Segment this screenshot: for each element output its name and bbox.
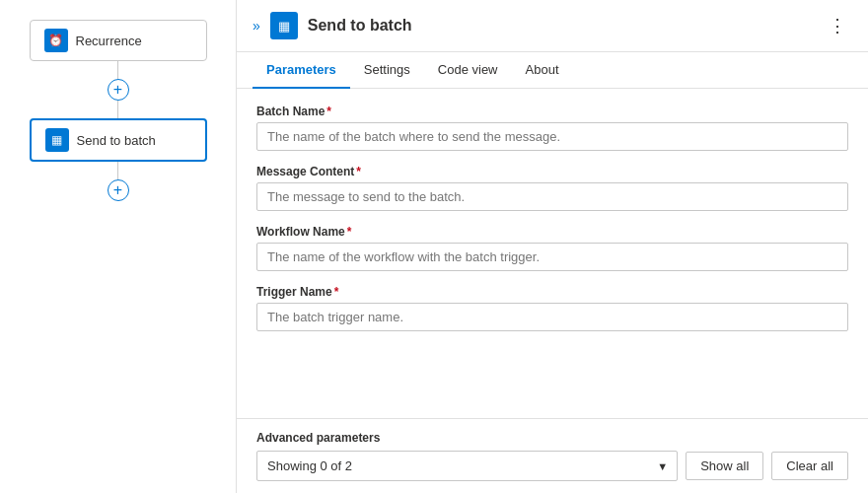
panel-footer: Advanced parameters Showing 0 of 2 ▼ Sho… — [237, 418, 868, 493]
send-to-batch-icon: ▦ — [45, 128, 69, 152]
showing-select[interactable]: Showing 0 of 2 — [256, 451, 678, 481]
add-button-1[interactable]: + — [108, 79, 129, 101]
batch-name-group: Batch Name* — [256, 105, 848, 151]
connector-line-3 — [117, 162, 118, 179]
workflow-name-group: Workflow Name* — [256, 225, 848, 271]
connector-2: + — [108, 162, 129, 201]
tab-parameters[interactable]: Parameters — [253, 52, 350, 89]
message-content-input[interactable] — [256, 182, 848, 211]
clear-all-button[interactable]: Clear all — [771, 452, 848, 480]
right-panel: » ▦ Send to batch ⋮ Parameters Settings … — [237, 0, 868, 493]
recurrence-node[interactable]: ⏰ Recurrence — [30, 20, 207, 61]
required-star-4: * — [334, 285, 339, 299]
workflow-name-input[interactable] — [256, 243, 848, 271]
required-star-3: * — [347, 225, 352, 239]
panel-header: » ▦ Send to batch ⋮ — [237, 0, 868, 52]
show-all-button[interactable]: Show all — [686, 452, 763, 480]
panel-title: Send to batch — [308, 17, 813, 35]
workflow-name-label: Workflow Name* — [256, 225, 848, 239]
footer-row: Showing 0 of 2 ▼ Show all Clear all — [256, 451, 848, 481]
showing-select-wrapper: Showing 0 of 2 ▼ — [256, 451, 678, 481]
recurrence-label: Recurrence — [76, 34, 142, 48]
recurrence-icon: ⏰ — [44, 29, 68, 52]
connector-1: + — [108, 61, 129, 118]
message-content-label: Message Content* — [256, 165, 848, 178]
trigger-name-group: Trigger Name* — [256, 285, 848, 331]
trigger-name-input[interactable] — [256, 303, 848, 331]
required-star-1: * — [326, 105, 331, 118]
tab-code-view[interactable]: Code view — [424, 52, 512, 89]
trigger-name-label: Trigger Name* — [256, 285, 848, 299]
left-panel: ⏰ Recurrence + ▦ Send to batch + — [0, 0, 237, 493]
form-area: Batch Name* Message Content* Workflow Na… — [237, 89, 868, 418]
batch-name-label: Batch Name* — [256, 105, 848, 118]
add-button-2[interactable]: + — [108, 179, 129, 201]
more-options-button[interactable]: ⋮ — [823, 13, 852, 38]
chevron-icon[interactable]: » — [253, 18, 260, 34]
connector-line-1 — [117, 61, 118, 79]
required-star-2: * — [356, 165, 361, 178]
send-to-batch-label: Send to batch — [77, 133, 156, 148]
advanced-parameters-label: Advanced parameters — [256, 431, 848, 445]
tab-about[interactable]: About — [512, 52, 573, 89]
batch-name-input[interactable] — [256, 122, 848, 151]
tabs-bar: Parameters Settings Code view About — [237, 52, 868, 89]
tab-settings[interactable]: Settings — [350, 52, 424, 89]
message-content-group: Message Content* — [256, 165, 848, 211]
connector-line-2 — [117, 101, 118, 118]
header-icon: ▦ — [270, 12, 298, 39]
send-to-batch-node[interactable]: ▦ Send to batch — [30, 118, 207, 162]
